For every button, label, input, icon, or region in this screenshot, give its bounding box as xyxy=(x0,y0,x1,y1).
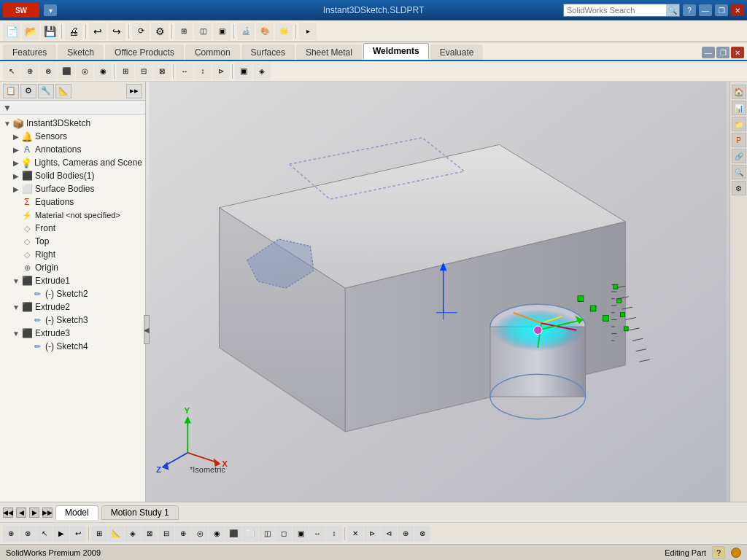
right-home-icon[interactable]: 🏠 xyxy=(732,85,746,99)
weld-btn12[interactable]: ⊳ xyxy=(212,63,230,80)
bt-btn1[interactable]: ⊕ xyxy=(3,526,19,542)
weld-btn11[interactable]: ↕ xyxy=(194,63,212,80)
panel-close-btn[interactable]: ✕ xyxy=(731,47,744,58)
expand-root[interactable]: ▼ xyxy=(3,119,12,128)
expand-btn[interactable]: ▸▸ xyxy=(126,84,142,98)
tree-item-surface-bodies[interactable]: ▶ ⬜ Surface Bodies xyxy=(0,182,145,195)
weld-btn2[interactable]: ⊕ xyxy=(21,63,39,80)
view-orient-btn[interactable]: ◫ xyxy=(194,23,212,40)
options-btn[interactable]: ⚙ xyxy=(151,23,169,40)
propmgr-btn[interactable]: ⚙ xyxy=(20,84,36,98)
materials-btn[interactable]: 🔬 xyxy=(237,23,255,40)
panel-min-btn[interactable]: — xyxy=(702,47,715,58)
tree-item-extrude3[interactable]: ▼ ⬛ Extrude3 xyxy=(0,327,145,340)
expand-extrude1[interactable]: ▼ xyxy=(12,276,20,285)
bt-btn5[interactable]: ↩ xyxy=(70,526,86,542)
expand-extrude3[interactable]: ▼ xyxy=(12,329,20,338)
weld-btn1[interactable]: ↖ xyxy=(3,63,20,80)
view-appearance-btn[interactable]: 🌟 xyxy=(275,23,293,40)
right-link-icon[interactable]: 🔗 xyxy=(732,149,746,163)
weld-btn3[interactable]: ⊗ xyxy=(39,63,57,80)
search-btn[interactable]: 🔍 xyxy=(666,4,679,16)
tree-item-solid-bodies[interactable]: ▶ ⬛ Solid Bodies(1) xyxy=(0,169,145,182)
configmgr-btn[interactable]: 🔧 xyxy=(38,84,54,98)
nav-next-btn[interactable]: ▶ xyxy=(29,508,39,518)
open-btn[interactable]: 📂 xyxy=(22,23,39,40)
tab-sheet-metal[interactable]: Sheet Metal xyxy=(296,44,362,60)
expand-surface[interactable]: ▶ xyxy=(12,184,20,193)
undo-btn[interactable]: ↩ xyxy=(89,23,107,40)
minimize-btn[interactable]: — xyxy=(699,4,712,16)
right-folder-icon[interactable]: 📁 xyxy=(732,117,746,131)
apply-scene-btn[interactable]: 🎨 xyxy=(256,23,274,40)
bt-btn21[interactable]: ✕ xyxy=(347,526,363,542)
bt-btn17[interactable]: ◻ xyxy=(276,526,292,542)
bt-btn14[interactable]: ⬛ xyxy=(225,526,241,542)
new-btn[interactable]: 📄 xyxy=(3,23,20,40)
bt-btn2[interactable]: ⊗ xyxy=(20,526,36,542)
tab-common[interactable]: Common xyxy=(185,44,240,60)
right-ppt-icon[interactable]: P xyxy=(732,133,746,147)
right-magnify-icon[interactable]: 🔍 xyxy=(732,165,746,179)
search-input[interactable] xyxy=(564,4,666,16)
bt-btn9[interactable]: ⊠ xyxy=(142,526,158,542)
bt-btn20[interactable]: ↕ xyxy=(326,526,342,542)
weld-btn13[interactable]: ▣ xyxy=(235,63,252,80)
tab-office-products[interactable]: Office Products xyxy=(105,44,184,60)
print-btn[interactable]: 🖨 xyxy=(65,23,82,40)
weld-btn4[interactable]: ⬛ xyxy=(58,63,75,80)
tree-item-root[interactable]: ▼ 📦 Instant3DSketch xyxy=(0,117,145,130)
menu-arrow[interactable]: ▾ xyxy=(44,4,57,16)
more-btn[interactable]: ▸ xyxy=(299,23,317,40)
tree-item-extrude2[interactable]: ▼ ⬛ Extrude2 xyxy=(0,300,145,314)
right-chart-icon[interactable]: 📊 xyxy=(732,101,746,115)
weld-btn10[interactable]: ↔ xyxy=(176,63,193,80)
close-btn[interactable]: ✕ xyxy=(731,4,744,16)
bt-btn12[interactable]: ◎ xyxy=(192,526,208,542)
bt-btn3[interactable]: ↖ xyxy=(36,526,53,542)
tree-item-material[interactable]: ⚡ Material <not specified> xyxy=(0,209,145,222)
panel-restore-btn[interactable]: ❐ xyxy=(716,47,729,58)
expand-extrude2[interactable]: ▼ xyxy=(12,303,20,311)
bt-btn13[interactable]: ◉ xyxy=(209,526,225,542)
display-style-btn[interactable]: ▣ xyxy=(213,23,231,40)
tree-item-sketch2[interactable]: ✏ (-) Sketch2 xyxy=(0,287,145,300)
weld-btn6[interactable]: ◉ xyxy=(94,63,112,80)
tree-item-sketch4[interactable]: ✏ (-) Sketch4 xyxy=(0,340,145,353)
expand-lights[interactable]: ▶ xyxy=(12,158,20,167)
bt-btn18[interactable]: ▣ xyxy=(293,526,309,542)
tree-item-extrude1[interactable]: ▼ ⬛ Extrude1 xyxy=(0,274,145,287)
right-gear-icon[interactable]: ⚙ xyxy=(732,181,746,195)
bt-btn6[interactable]: ⊞ xyxy=(91,526,107,542)
restore-btn[interactable]: ❐ xyxy=(715,4,728,16)
tree-item-front[interactable]: ◇ Front xyxy=(0,222,145,235)
viewport[interactable]: Y X Z *Isometric xyxy=(146,82,729,502)
tree-item-sketch3[interactable]: ✏ (-) Sketch3 xyxy=(0,314,145,327)
bt-btn23[interactable]: ⊲ xyxy=(381,526,397,542)
tree-item-sensors[interactable]: ▶ 🔔 Sensors xyxy=(0,130,145,143)
bt-btn7[interactable]: 📐 xyxy=(108,526,124,542)
tab-evaluate[interactable]: Evaluate xyxy=(430,44,484,60)
tab-model[interactable]: Model xyxy=(55,505,98,520)
tab-surfaces[interactable]: Surfaces xyxy=(241,44,295,60)
bt-btn11[interactable]: ⊕ xyxy=(175,526,191,542)
weld-btn9[interactable]: ⊠ xyxy=(153,63,171,80)
tab-sketch[interactable]: Sketch xyxy=(58,44,104,60)
tree-item-top[interactable]: ◇ Top xyxy=(0,235,145,248)
status-help-btn[interactable]: ? xyxy=(712,546,725,559)
tree-item-origin[interactable]: ⊕ Origin xyxy=(0,261,145,274)
tab-features[interactable]: Features xyxy=(3,44,56,60)
expand-sensors[interactable]: ▶ xyxy=(12,132,20,141)
weld-btn8[interactable]: ⊟ xyxy=(135,63,152,80)
weld-btn14[interactable]: ◈ xyxy=(253,63,271,80)
zoom-fit-btn[interactable]: ⊞ xyxy=(175,23,193,40)
dimmgr-btn[interactable]: 📐 xyxy=(55,84,71,98)
redo-btn[interactable]: ↪ xyxy=(108,23,125,40)
tree-item-right[interactable]: ◇ Right xyxy=(0,248,145,261)
bt-btn10[interactable]: ⊟ xyxy=(158,526,174,542)
nav-first-btn[interactable]: ◀◀ xyxy=(3,508,13,518)
panel-collapse-handle[interactable]: ◀ xyxy=(144,315,150,344)
bt-btn16[interactable]: ◫ xyxy=(259,526,275,542)
weld-btn5[interactable]: ◎ xyxy=(76,63,93,80)
tab-weldments[interactable]: Weldments xyxy=(363,43,429,60)
